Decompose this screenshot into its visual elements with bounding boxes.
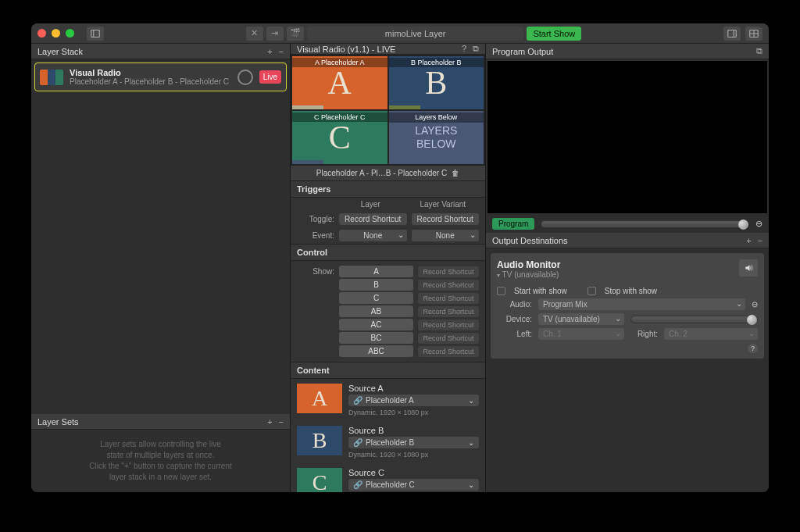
volume-knob[interactable] [238,70,253,85]
right-channel-select[interactable]: Ch. 2 [664,328,758,340]
preview-cell-b[interactable]: B Placeholder BB [389,56,484,109]
event-label: Event: [297,231,334,240]
left-channel-select[interactable]: Ch. 1 [538,328,624,340]
audio-label: Audio: [497,300,532,309]
program-output-header: Program Output ⧉ [486,44,769,59]
middle-column: Visual Radio (v1.1) - LIVE ? ⧉ A Placeho… [291,44,486,492]
layer-item-title: Visual Radio [70,68,231,77]
layer-item-subtitle: Placeholder A - Placeholder B - Placehol… [70,77,231,86]
content-title: Source B [348,426,479,435]
shuffle-icon[interactable]: ✕ [246,27,263,41]
minimize-window-button[interactable] [52,29,60,37]
trigger-col-variant: Layer Variant [407,200,480,209]
start-show-button[interactable]: Start Show [527,27,581,41]
program-output-preview [488,61,767,213]
layer-stack-header: Layer Stack + − [31,44,290,59]
remove-layer-button[interactable]: − [279,47,284,56]
document-title: mimoLive Layer [307,27,524,41]
show-ac-shortcut[interactable]: Record Shortcut [418,320,479,330]
device-label: Device: [497,315,532,323]
content-thumb: A [297,384,342,413]
preview-grid: A Placeholder AA B Placeholder BB C Plac… [291,55,485,166]
show-a-shortcut[interactable]: Record Shortcut [418,266,479,277]
preview-cell-layers[interactable]: Layers Below LAYERS BELOW [389,111,484,164]
toggle-label: Toggle: [297,215,334,223]
layer-item[interactable]: Visual Radio Placeholder A - Placeholder… [34,62,287,91]
show-abc-button[interactable]: ABC [339,345,413,357]
sidebar-toggle-icon[interactable] [87,27,104,41]
show-bc-shortcut[interactable]: Record Shortcut [418,333,479,344]
content-header: Content [291,362,485,379]
show-c-button[interactable]: C [339,292,413,304]
show-ab-button[interactable]: AB [339,305,413,317]
content-meta: Dynamic. 1920 × 1080 px [348,451,479,459]
show-ab-shortcut[interactable]: Record Shortcut [418,306,479,317]
show-ac-button[interactable]: AC [339,319,413,330]
audio-remove-icon[interactable]: ⊖ [752,300,758,309]
content-source-select[interactable]: 🔗 Placeholder C ⌄ [348,479,479,491]
device-volume-slider[interactable] [630,316,758,323]
forward-icon[interactable]: ⇥ [266,27,284,41]
content-source: CSource C🔗 Placeholder C ⌄ [291,463,485,492]
popout-icon[interactable]: ⧉ [473,44,479,54]
layer-sets-empty-text: Layer sets allow controlling the live st… [31,430,290,492]
content-source: BSource B🔗 Placeholder B ⌄Dynamic. 1920 … [291,421,485,463]
maximize-window-button[interactable] [66,29,74,37]
device-select[interactable]: TV (unavailable) [538,313,624,325]
close-window-button[interactable] [38,29,46,37]
show-bc-button[interactable]: BC [339,332,413,344]
audio-help-icon[interactable]: ? [748,344,758,353]
content-source-select[interactable]: 🔗 Placeholder B ⌄ [348,437,479,448]
show-b-button[interactable]: B [339,279,413,291]
control-header: Control [291,244,485,261]
program-output-label: Program Output [492,47,553,56]
event-variant-select[interactable]: None [412,230,480,241]
svg-rect-2 [728,30,737,37]
layer-sets-label: Layer Sets [38,417,79,427]
audio-monitor-panel: Audio Monitor ▾ TV (unavailable) Start w… [491,253,764,359]
program-badge[interactable]: Program [492,218,534,230]
titlebar-center: ✕ ⇥ 🎬 mimoLive Layer Start Show [246,27,581,41]
output-destinations-label: Output Destinations [492,236,568,245]
layer-sets-header: Layer Sets + − [31,414,290,430]
event-layer-select[interactable]: None [339,230,407,241]
speaker-icon[interactable] [739,259,758,277]
add-layerset-button[interactable]: + [267,417,272,427]
show-a-button[interactable]: A [339,266,413,277]
toggle-variant-shortcut[interactable]: Record Shortcut [412,213,480,225]
panel-right-icon[interactable] [723,27,741,41]
layer-detail-title: Visual Radio (v1.1) - LIVE [297,45,395,54]
preview-cell-c[interactable]: C Placeholder CC [292,111,388,164]
clapper-icon[interactable]: 🎬 [287,27,304,41]
audio-select[interactable]: Program Mix [538,298,745,310]
help-icon[interactable]: ? [462,44,466,54]
remove-layerset-button[interactable]: − [279,417,284,427]
left-channel-label: Left: [497,330,532,338]
triggers-header: Triggers [291,180,485,198]
show-b-shortcut[interactable]: Record Shortcut [418,280,479,291]
show-c-shortcut[interactable]: Record Shortcut [418,293,479,304]
minus-icon[interactable]: ⊖ [755,219,762,229]
program-scrub-slider[interactable] [541,220,749,228]
audio-monitor-title: Audio Monitor [497,259,739,270]
output-destinations-header: Output Destinations + − [486,233,769,248]
content-thumb: B [297,426,342,455]
live-badge[interactable]: Live [259,70,281,84]
titlebar: ✕ ⇥ 🎬 mimoLive Layer Start Show [31,23,769,44]
preview-cell-a[interactable]: A Placeholder AA [292,56,388,109]
add-layer-button[interactable]: + [267,47,272,56]
stop-with-show-checkbox[interactable] [588,287,596,295]
start-with-show-checkbox[interactable] [497,287,505,295]
content-title: Source C [348,468,479,477]
add-output-button[interactable]: + [746,236,751,245]
content-source-select[interactable]: 🔗 Placeholder A ⌄ [348,395,479,406]
remove-output-button[interactable]: − [758,236,762,245]
traffic-lights [38,29,74,37]
toggle-layer-shortcut[interactable]: Record Shortcut [339,213,407,225]
grid-icon[interactable] [745,27,762,41]
popout-program-icon[interactable]: ⧉ [756,46,762,56]
content-source: ASource A🔗 Placeholder A ⌄Dynamic. 1920 … [291,379,485,421]
svg-rect-0 [91,30,100,37]
show-abc-shortcut[interactable]: Record Shortcut [418,346,479,357]
trash-icon[interactable]: 🗑 [452,169,459,177]
